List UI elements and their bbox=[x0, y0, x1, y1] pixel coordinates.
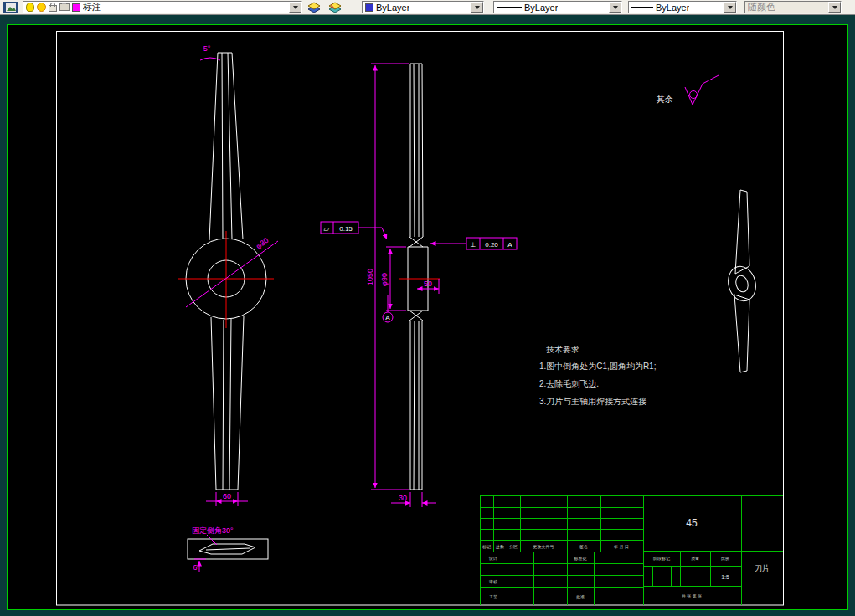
drawing-canvas[interactable]: φ30 5° 60 1050 φ90 50 30 bbox=[0, 16, 855, 616]
current-color-swatch bbox=[365, 3, 373, 12]
current-linetype-value: ByLayer bbox=[524, 3, 558, 13]
plot-style-combo: 随颜色 bbox=[744, 1, 842, 13]
perp-symbol: ⊥ bbox=[471, 241, 476, 249]
role-approve: 批准 bbox=[576, 594, 585, 600]
lineweight-combo-dropdown-arrow[interactable] bbox=[724, 2, 736, 13]
linetype-combo[interactable]: ByLayer bbox=[493, 1, 622, 13]
header-mark: 标记 bbox=[482, 544, 491, 550]
flatness-value: 0.15 bbox=[339, 225, 353, 233]
role-process: 工艺 bbox=[489, 594, 497, 599]
lineweight-combo[interactable]: ByLayer bbox=[628, 1, 737, 13]
header-sign: 签名 bbox=[579, 544, 588, 550]
current-plot-style-value: 随颜色 bbox=[748, 1, 775, 13]
tech-req-title: 技术要求 bbox=[546, 345, 579, 354]
chevron-down-icon bbox=[832, 6, 837, 9]
angle-dim-text: 5° bbox=[203, 44, 211, 53]
hub-dia-text: φ90 bbox=[380, 273, 389, 286]
length-dim-text: 1050 bbox=[366, 269, 374, 285]
detail-note-text: 固定侧角30° bbox=[192, 526, 234, 535]
sheet-note: 共 张 第 张 bbox=[682, 593, 702, 599]
width-dim-text: 60 bbox=[223, 492, 231, 501]
role-design: 设计 bbox=[488, 556, 497, 561]
layer-freeze-sun-icon[interactable] bbox=[37, 3, 46, 12]
chevron-down-icon bbox=[475, 6, 480, 9]
chevron-down-icon bbox=[293, 6, 298, 9]
tech-req-item-1: 1.图中倒角处为C1,圆角均为R1; bbox=[539, 362, 656, 371]
perp-value: 0.20 bbox=[485, 241, 498, 249]
material-text: 45 bbox=[686, 517, 698, 529]
layer-current-icon bbox=[3, 2, 18, 13]
make-object-layer-current-button[interactable] bbox=[2, 1, 20, 14]
role-standard: 标准化 bbox=[574, 556, 587, 562]
stage-weight: 质量 bbox=[691, 556, 699, 561]
part-name-text: 刀片 bbox=[755, 564, 770, 572]
linetype-sample-icon bbox=[497, 7, 522, 8]
header-doc-no: 更改文件号 bbox=[533, 544, 554, 549]
cad-drawing: φ30 5° 60 1050 φ90 50 30 bbox=[0, 16, 855, 616]
layers-icon bbox=[307, 2, 321, 13]
layer-previous-button[interactable] bbox=[326, 1, 344, 14]
current-lineweight-value: ByLayer bbox=[656, 3, 689, 13]
layer-color-swatch bbox=[72, 3, 80, 12]
scale-value-text: 1:5 bbox=[721, 574, 729, 580]
drawing-window-border bbox=[8, 25, 848, 610]
layer-lock-icon[interactable] bbox=[49, 5, 57, 12]
chevron-down-icon bbox=[728, 6, 733, 9]
current-color-value: ByLayer bbox=[376, 3, 409, 13]
stage-scale-label: 比例 bbox=[721, 556, 729, 562]
tech-req-item-2: 2.去除毛刺飞边. bbox=[539, 379, 599, 388]
lineweight-sample-icon bbox=[631, 7, 653, 8]
flatness-symbol: ▱ bbox=[324, 224, 330, 233]
layer-combo[interactable]: 标注 bbox=[23, 1, 302, 13]
color-combo-dropdown-arrow[interactable] bbox=[471, 2, 483, 13]
stage-label: 阶段标记 bbox=[653, 556, 670, 562]
datum-a-label: A bbox=[385, 314, 390, 321]
layer-plot-printer-icon[interactable] bbox=[59, 3, 70, 11]
layer-on-bulb-icon[interactable] bbox=[26, 3, 34, 12]
header-zone: 分区 bbox=[509, 544, 518, 549]
detail-dim-text: 6 bbox=[193, 563, 197, 572]
header-count: 处数 bbox=[496, 544, 504, 550]
tech-req-item-3: 3.刀片与主轴用焊接方式连接 bbox=[539, 397, 646, 406]
chevron-down-icon bbox=[613, 6, 618, 9]
layer-previous-icon bbox=[328, 2, 342, 13]
surface-note-text: 其余 bbox=[657, 95, 673, 104]
role-check: 审核 bbox=[489, 579, 497, 584]
color-combo[interactable]: ByLayer bbox=[362, 1, 484, 13]
plot-style-dropdown-arrow bbox=[828, 2, 841, 13]
layer-combo-dropdown-arrow[interactable] bbox=[289, 2, 301, 13]
perp-datum-ref: A bbox=[507, 241, 512, 249]
current-layer-name: 标注 bbox=[83, 1, 101, 13]
tip-width-text: 30 bbox=[399, 494, 407, 502]
layers-dialog-button[interactable] bbox=[305, 1, 323, 14]
linetype-combo-dropdown-arrow[interactable] bbox=[609, 2, 621, 13]
object-properties-toolbar: 标注 ByLayer ByLayer ByLayer 随颜色 bbox=[0, 0, 855, 15]
hub-width-text: 50 bbox=[424, 280, 432, 288]
header-date: 年 月 日 bbox=[614, 544, 629, 550]
